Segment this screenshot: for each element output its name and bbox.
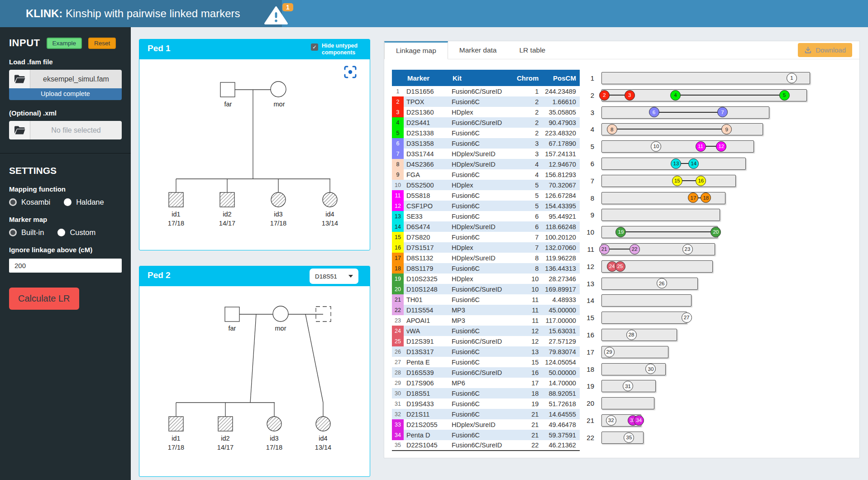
xml-filename-placeholder[interactable]: No file selected [30, 121, 122, 139]
marker-name: D1S1656 [404, 86, 449, 96]
marker-name: D2S1360 [404, 107, 449, 117]
hide-untyped-checkbox[interactable]: ✓ [311, 43, 318, 51]
upload-status: Upload complete [9, 88, 122, 100]
marker-circle-1: 1 [787, 73, 797, 83]
radio-icon[interactable] [64, 198, 72, 206]
linkage-line-6-7 [654, 112, 722, 113]
mapping-function-radio-haldane[interactable]: Haldane [64, 198, 104, 206]
calculate-lr-button[interactable]: Calculate LR [9, 288, 79, 310]
mapping-function-radio-kosambi[interactable]: Kosambi [9, 198, 50, 206]
radio-icon[interactable] [9, 198, 17, 206]
example-button[interactable]: Example [47, 38, 82, 49]
marker-index-badge: 17 [392, 253, 404, 263]
xml-browse-button[interactable] [9, 121, 30, 139]
tab-marker-data[interactable]: Marker data [448, 41, 508, 59]
marker-circle-20: 20 [711, 227, 721, 237]
chromosome-bar-18: 30 [601, 363, 666, 375]
radio-icon[interactable] [57, 229, 65, 236]
marker-name: D6S474 [404, 221, 449, 232]
download-button[interactable]: Download [798, 43, 852, 57]
marker-map-label: Marker map [9, 216, 122, 223]
chromosome-bar-22: 35 [601, 432, 644, 444]
marker-chrom: 11 [513, 315, 542, 326]
warning-count-badge: 1 [282, 3, 293, 11]
ped1-mother-symbol[interactable] [271, 82, 286, 97]
marker-circle-31: 31 [623, 381, 633, 391]
marker-name: D21S2055 [404, 419, 449, 430]
marker-row-D18S51: 30D18S51Fusion6C1888.92051 [392, 388, 580, 398]
column-header-chrom: Chrom [513, 70, 542, 86]
chromosome-bar-20 [601, 397, 654, 409]
marker-row-CSF1PO: 12CSF1POFusion6C5154.43395 [392, 201, 580, 211]
ped2-father-symbol[interactable] [225, 307, 239, 322]
marker-select-value: D18S51 [315, 273, 337, 280]
fam-browse-button[interactable] [9, 70, 30, 88]
marker-kit: HDplex/SureID [449, 253, 513, 263]
ped1-title: Ped 1 [148, 43, 171, 53]
marker-poscm: 154.43395 [542, 201, 580, 211]
marker-circle-8: 8 [607, 124, 617, 134]
marker-index-badge: 11 [392, 190, 404, 201]
marker-name: D16S539 [404, 367, 449, 378]
ped1-child1-genotype: 17/18 [168, 220, 184, 227]
ped2-child3-symbol[interactable] [267, 417, 281, 431]
marker-kit: HDplex [449, 180, 513, 190]
ped2-mother-symbol[interactable] [273, 306, 288, 322]
ped2-child1-symbol[interactable] [169, 417, 183, 431]
ped2-card: Ped 2 D18S51 [139, 266, 370, 477]
ped1-father-symbol[interactable] [220, 82, 235, 97]
marker-chrom: 4 [513, 159, 542, 169]
marker-map-radio-custom[interactable]: Custom [57, 228, 95, 237]
marker-index-badge: 10 [392, 180, 404, 190]
marker-chrom: 15 [513, 357, 542, 367]
marker-row-D8S1179: 18D8S1179Fusion6C8136.44313 [392, 263, 580, 274]
tab-lr-table[interactable]: LR table [508, 41, 557, 59]
chromosome-bar-17: 29 [601, 346, 668, 358]
marker-name: D2S441 [404, 117, 449, 128]
marker-index-badge: 4 [392, 117, 404, 128]
settings-section-title: SETTINGS [9, 165, 122, 176]
reset-button[interactable]: Reset [88, 38, 116, 49]
marker-name: D17S906 [404, 378, 449, 388]
snapshot-camera-button[interactable] [343, 65, 358, 80]
marker-index-badge: 28 [392, 367, 404, 378]
marker-circle-21: 21 [599, 244, 610, 254]
ped1-card: Ped 1 ✓ Hide untyped components [139, 39, 370, 250]
ped2-child4-symbol[interactable] [316, 417, 330, 431]
radio-label: Kosambi [21, 198, 50, 206]
ped2-child2-genotype: 14/17 [217, 444, 234, 451]
marker-name: D3S1744 [404, 149, 449, 159]
ped1-child3-symbol[interactable] [271, 192, 286, 207]
marker-row-D11S554: 22D11S554MP31145.00000 [392, 305, 580, 315]
tab-linkage-map[interactable]: Linkage map [384, 41, 448, 59]
ped1-child4-symbol[interactable] [323, 192, 337, 207]
chromosome-bar-14 [601, 294, 692, 307]
radio-label: Custom [70, 228, 95, 237]
radio-icon[interactable] [9, 229, 17, 236]
marker-row-D6S474: 14D6S474HDplex/SureID6118.66248 [392, 221, 580, 232]
marker-circle-6: 6 [649, 107, 659, 117]
marker-chrom: 21 [513, 419, 542, 430]
marker-circle-17: 17 [688, 192, 698, 203]
marker-chrom: 4 [513, 169, 542, 180]
marker-row-D3S1744: 7D3S1744HDplex/SureID3157.24131 [392, 149, 580, 159]
marker-kit: Fusion6C [449, 128, 513, 138]
marker-row-TH01: 21TH01Fusion6C114.48933 [392, 294, 580, 305]
marker-index-badge: 21 [392, 294, 404, 305]
fam-filename[interactable]: eksempel_simul.fam [30, 70, 122, 88]
marker-select-dropdown[interactable]: D18S51 [310, 269, 358, 284]
marker-kit: HDplex/SureID [449, 221, 513, 232]
ped2-child2-symbol[interactable] [218, 417, 233, 431]
ped1-child2-symbol[interactable] [220, 192, 234, 207]
ignore-linkage-input[interactable] [9, 259, 122, 273]
ped2-child4-genotype: 13/14 [315, 444, 331, 451]
marker-name: D5S818 [404, 190, 449, 201]
marker-map-radio-built-in[interactable]: Built-in [9, 228, 44, 237]
ped1-child1-symbol[interactable] [169, 192, 183, 207]
marker-kit: Fusion6C [449, 169, 513, 180]
hide-untyped-checkbox-row[interactable]: ✓ Hide untyped components [311, 43, 366, 56]
app-title-rest: Kinship with pairwise linked markers [62, 7, 240, 19]
notification-warning[interactable]: 1 [264, 6, 300, 25]
marker-chrom: 6 [513, 221, 542, 232]
ped1-child4-id: id4 [325, 211, 334, 218]
